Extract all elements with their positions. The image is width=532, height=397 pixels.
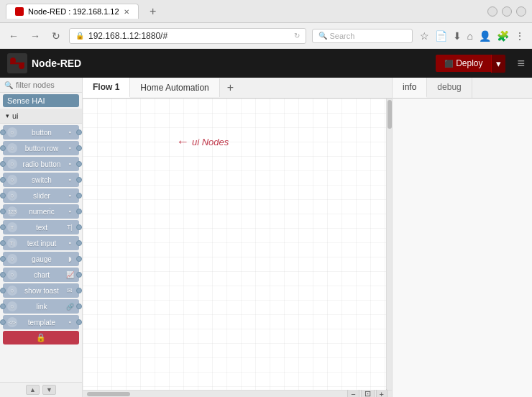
radio-icon-left: ○ xyxy=(7,159,17,169)
red-node[interactable]: 🔒 xyxy=(3,331,79,344)
bookmark-star-icon[interactable]: ☆ xyxy=(418,29,431,43)
scrollbar-thumb xyxy=(387,100,392,129)
slider-icon-left: ○ xyxy=(7,191,17,201)
node-item-gauge[interactable]: ○ gauge ◗ xyxy=(3,252,79,266)
hamburger-menu-button[interactable]: ≡ xyxy=(517,56,525,71)
gauge-icon-right: ◗ xyxy=(65,254,75,264)
lock-icon: 🔒 xyxy=(75,32,84,40)
gauge-icon-left: ○ xyxy=(7,254,17,264)
close-button[interactable] xyxy=(516,6,526,17)
forward-button[interactable]: → xyxy=(27,29,43,43)
right-panel-tabs: info debug xyxy=(393,78,532,99)
add-flow-button[interactable]: + xyxy=(221,78,239,97)
chart-label: chart xyxy=(19,271,65,279)
node-item-text-input[interactable]: T| text input ▪ xyxy=(3,236,79,250)
sense-hai-label: Sense HAI xyxy=(7,96,45,105)
tab-close-button[interactable]: ✕ xyxy=(124,8,129,16)
node-item-link[interactable]: ○ link 🔗 xyxy=(3,299,79,314)
link-icon-left: ○ xyxy=(7,301,17,311)
text-input-icon-right: ▪ xyxy=(65,238,75,248)
refresh-button[interactable]: ↻ xyxy=(49,29,63,43)
browser-addressbar: ← → ↻ 🔒 192.168.1.12:1880/# ↻ 🔍 Search ☆… xyxy=(0,23,532,49)
switch-icon-left: ○ xyxy=(7,175,17,185)
minimize-button[interactable] xyxy=(487,6,497,17)
port-right-gauge xyxy=(76,256,82,262)
radio-label: radio button xyxy=(19,160,65,168)
template-icon-left: </> xyxy=(7,317,17,327)
ui-category-header[interactable]: ▾ ui xyxy=(0,109,82,124)
node-item-text[interactable]: T text T| xyxy=(3,220,79,234)
show-toast-icon-left: ○ xyxy=(7,286,17,296)
new-tab-button[interactable]: + xyxy=(145,3,162,20)
canvas-horizontal-scrollbar[interactable]: − ⊡ + xyxy=(83,390,392,397)
app-title: Node-RED xyxy=(32,58,81,69)
port-left-template xyxy=(0,319,6,325)
numeric-label: numeric xyxy=(19,208,65,216)
deploy-dropdown-button[interactable]: ▾ xyxy=(491,55,505,73)
port-right-button xyxy=(76,129,82,135)
port-left-numeric xyxy=(0,209,6,214)
text-label: text xyxy=(19,224,65,232)
debug-tab[interactable]: debug xyxy=(427,78,472,98)
browser-tab[interactable]: Node-RED : 192.168.1.12 ✕ xyxy=(6,4,139,19)
node-item-numeric[interactable]: 123 numeric ▪ xyxy=(3,204,79,219)
scroll-down-button[interactable]: ▼ xyxy=(42,385,56,395)
canvas-tab-home-automation[interactable]: Home Automation xyxy=(130,78,219,97)
canvas-vertical-scrollbar[interactable] xyxy=(386,99,392,390)
port-left-button-row xyxy=(0,145,6,151)
deploy-button[interactable]: ⬛ Deploy xyxy=(436,55,491,72)
sense-hai-node[interactable]: Sense HAI xyxy=(3,94,79,107)
node-item-show-toast[interactable]: ○ show toast ✉ xyxy=(3,283,79,298)
deploy-area: ⬛ Deploy ▾ xyxy=(436,55,505,73)
right-panel: info debug xyxy=(392,78,532,397)
link-label: link xyxy=(19,303,65,311)
address-bar[interactable]: 🔒 192.168.1.12:1880/# ↻ xyxy=(69,28,306,44)
port-left-button xyxy=(0,129,6,135)
zoom-in-button[interactable]: + xyxy=(376,389,387,398)
node-item-template[interactable]: </> template ▪ xyxy=(3,315,79,329)
home-icon[interactable]: ⌂ xyxy=(466,29,474,43)
info-tab[interactable]: info xyxy=(393,78,427,98)
port-right-slider xyxy=(76,193,82,198)
main-area: 🔍 Sense HAI ▾ ui ○ button xyxy=(0,78,532,397)
svg-point-3 xyxy=(19,63,24,69)
back-button[interactable]: ← xyxy=(6,29,22,43)
deploy-icon: ⬛ xyxy=(444,60,453,68)
text-input-icon-left: T| xyxy=(7,238,17,248)
node-item-chart[interactable]: ○ chart 📈 xyxy=(3,268,79,282)
tab-title: Node-RED : 192.168.1.12 xyxy=(28,7,119,16)
scroll-up-button[interactable]: ▲ xyxy=(26,385,40,395)
radio-icon-right: ▪ xyxy=(65,159,75,169)
filter-nodes-input[interactable] xyxy=(16,81,83,89)
button-label: button xyxy=(19,129,65,137)
port-right-switch xyxy=(76,177,82,183)
home-automation-tab-label: Home Automation xyxy=(140,83,208,93)
port-left-link xyxy=(0,304,6,309)
port-left-gauge xyxy=(0,256,6,262)
node-item-switch[interactable]: ○ switch ▪ xyxy=(3,173,79,187)
flow1-tab-label: Flow 1 xyxy=(93,82,119,92)
canvas-grid: ← ui Nodes xyxy=(83,99,386,390)
window-controls xyxy=(487,6,526,17)
port-left-text-input xyxy=(0,240,6,246)
app-header: Node-RED ⬛ Deploy ▾ ≡ xyxy=(0,49,532,78)
reading-mode-icon[interactable]: 📄 xyxy=(434,29,449,43)
download-icon[interactable]: ⬇ xyxy=(451,29,463,43)
canvas-tab-flow1[interactable]: Flow 1 xyxy=(83,78,130,98)
node-item-radio-button[interactable]: ○ radio button ▪ xyxy=(3,157,79,171)
maximize-button[interactable] xyxy=(502,6,512,17)
zoom-out-button[interactable]: − xyxy=(347,389,359,398)
extensions-icon[interactable]: 🧩 xyxy=(495,29,510,43)
annotation-text: ui Nodes xyxy=(192,137,229,147)
profile-icon[interactable]: 👤 xyxy=(477,29,492,43)
button-row-icon-right: ▪ xyxy=(65,143,75,153)
node-item-button[interactable]: ○ button ▪ xyxy=(3,125,79,140)
node-item-slider[interactable]: ○ slider ▪ xyxy=(3,188,79,203)
canvas-content[interactable]: ← ui Nodes xyxy=(83,99,386,390)
node-item-button-row[interactable]: ○ button row ▪ xyxy=(3,141,79,155)
nodered-logo: Node-RED xyxy=(7,53,81,73)
port-right-template xyxy=(76,319,82,325)
canvas-area: Flow 1 Home Automation + ← ui Nodes xyxy=(83,78,392,397)
search-box[interactable]: 🔍 Search xyxy=(312,29,413,43)
menu-icon[interactable]: ⋮ xyxy=(513,29,526,43)
